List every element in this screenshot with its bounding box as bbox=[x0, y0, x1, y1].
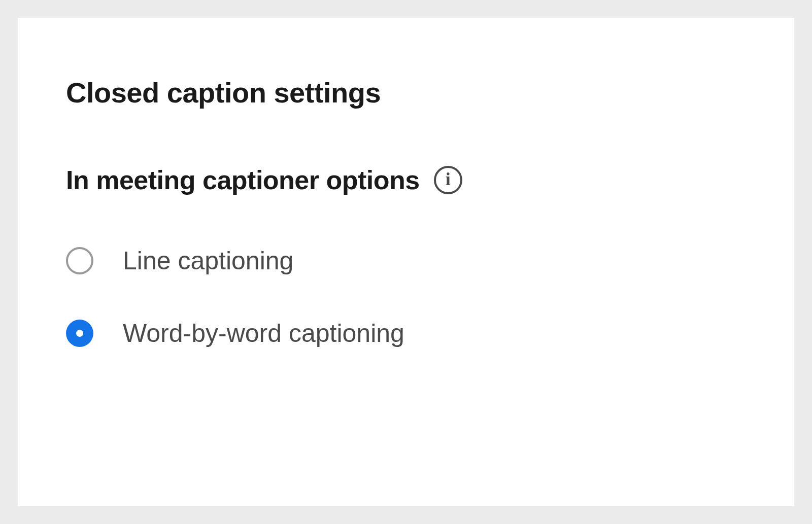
radio-option-line-captioning[interactable]: Line captioning bbox=[66, 246, 746, 275]
radio-option-word-by-word-captioning[interactable]: Word-by-word captioning bbox=[66, 319, 746, 348]
info-icon[interactable]: i bbox=[434, 166, 462, 194]
radio-label: Word-by-word captioning bbox=[123, 319, 404, 348]
radio-button[interactable] bbox=[66, 320, 93, 347]
subheading-row: In meeting captioner options i bbox=[66, 165, 746, 195]
info-icon-glyph: i bbox=[446, 170, 451, 188]
panel-heading: Closed caption settings bbox=[66, 76, 746, 109]
radio-label: Line captioning bbox=[123, 246, 293, 275]
captioner-radio-group: Line captioning Word-by-word captioning bbox=[66, 246, 746, 348]
radio-button[interactable] bbox=[66, 247, 93, 274]
section-subheading: In meeting captioner options bbox=[66, 165, 420, 195]
settings-panel: Closed caption settings In meeting capti… bbox=[18, 18, 794, 506]
